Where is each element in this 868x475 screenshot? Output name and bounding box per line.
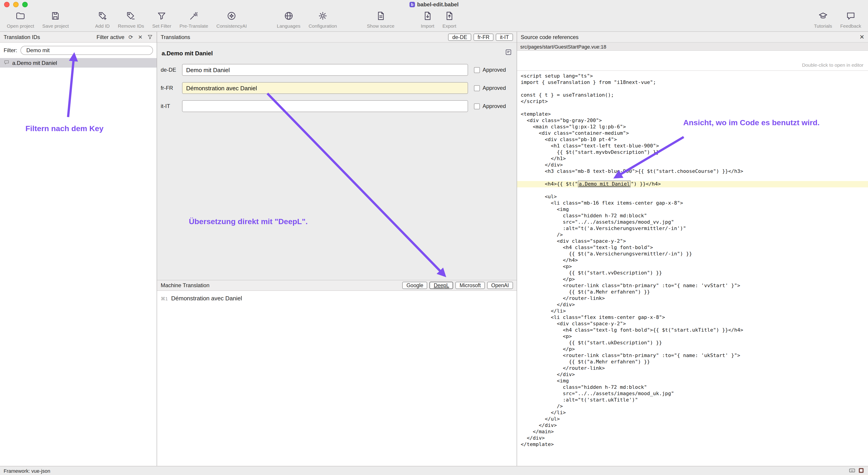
translation-input-it-IT[interactable] [182, 100, 468, 112]
approved-label: Approved [483, 85, 506, 91]
filter-field[interactable] [21, 46, 153, 55]
code-line: class="hidden h-72 md:block" [517, 213, 868, 219]
app-window: b babel-edit.babel Open project Save pro… [0, 0, 868, 475]
translation-id-label: a.Demo mit Daniel [12, 60, 57, 66]
language-code-label: it-IT [161, 103, 182, 109]
translations-panel: Translations de-DE fr-FR it-IT a.Demo mi… [157, 32, 517, 466]
approved-checkbox-fr-FR[interactable] [474, 85, 480, 91]
code-line: <script setup lang="ts"> [517, 73, 868, 79]
open-project-button[interactable]: Open project [3, 11, 38, 29]
translation-input-fr-FR[interactable] [182, 82, 468, 94]
code-line: <h1 class="text-left text-blue-900"> [517, 143, 868, 149]
language-tab-de-DE[interactable]: de-DE [448, 33, 471, 41]
main-area: Translation IDs Filter active ⟳ ✕ Filter… [0, 32, 868, 466]
filter-input[interactable] [25, 47, 148, 54]
highlighted-translation-key[interactable]: a.Demo mit Daniel [578, 180, 631, 188]
language-tab-fr-FR[interactable]: fr-FR [473, 33, 493, 41]
code-line: </li> [517, 410, 868, 416]
gear-icon [318, 11, 328, 23]
code-line: </div> [517, 422, 868, 429]
code-line: </main> [517, 429, 868, 435]
code-line: class="hidden h-72 md:block" [517, 384, 868, 391]
set-filter-button[interactable]: Set Filter [148, 11, 176, 29]
mt-tab-microsoft[interactable]: Microsoft [456, 282, 485, 289]
tag-minus-icon [126, 11, 136, 23]
mt-result-row[interactable]: ⌘1 Démonstration avec Daniel [161, 295, 513, 302]
code-line [517, 86, 868, 92]
approved-checkbox-it-IT[interactable] [474, 103, 480, 109]
code-line: {{ $t("a.Mehr erfahren") }} [517, 289, 868, 295]
refresh-icon[interactable]: ⟳ [128, 34, 134, 40]
input-source-icon[interactable] [858, 467, 864, 474]
titlebar: b babel-edit.babel [0, 0, 868, 9]
comment-bubble-icon [4, 59, 9, 66]
translation-ids-header: Translation IDs Filter active ⟳ ✕ [0, 32, 157, 43]
code-line: <div class="bg-gray-200"> [517, 117, 868, 124]
minimize-window-button[interactable] [13, 2, 19, 7]
code-line: {{ $t("start.vvDescription") }} [517, 270, 868, 276]
floppy-disk-icon [51, 11, 61, 23]
entry-title: a.Demo mit Daniel [162, 50, 213, 57]
pre-translate-button[interactable]: Pre-Translate [176, 11, 212, 29]
remove-ids-button[interactable]: Remove IDs [114, 11, 148, 29]
add-comment-icon[interactable] [505, 48, 512, 58]
magic-wand-icon [189, 11, 199, 23]
filter-row: Filter: [0, 43, 157, 58]
code-line: <li class="mb-16 flex items-center gap-x… [517, 200, 868, 206]
zoom-window-button[interactable] [22, 2, 28, 7]
funnel-icon [157, 11, 167, 23]
machine-translation-body: ⌘1 Démonstration avec Daniel [157, 291, 517, 466]
code-line: </li> [517, 308, 868, 314]
language-tab-it-IT[interactable]: it-IT [496, 33, 513, 41]
show-source-button[interactable]: Show source [363, 11, 398, 29]
mt-shortcut-label: ⌘1 [161, 296, 171, 301]
code-line: <p> [517, 334, 868, 340]
source-code-view[interactable]: <script setup lang="ts">import { useTran… [517, 71, 868, 466]
export-document-icon [444, 11, 455, 23]
traffic-lights [4, 2, 28, 7]
mt-tab-deepl[interactable]: DeepL [430, 282, 453, 289]
code-line: <main class="lg:px-12 lg:pb-6"> [517, 124, 868, 130]
code-line: </ul> [517, 416, 868, 422]
source-code-title: Source code references [521, 34, 579, 40]
sparkle-badge-icon [226, 11, 237, 23]
open-in-editor-hint: Double-click to open in editor [802, 62, 864, 68]
filter-funnel-icon[interactable] [147, 34, 153, 40]
save-project-button[interactable]: Save project [38, 11, 73, 29]
code-line: /> [517, 403, 868, 410]
graduation-cap-icon [818, 11, 828, 23]
code-line: </h4> [517, 257, 868, 264]
filter-label: Filter: [4, 47, 17, 54]
translation-input-de-DE[interactable] [182, 64, 468, 76]
mt-tab-openai[interactable]: OpenAI [487, 282, 513, 289]
code-line: </router-link> [517, 365, 868, 372]
code-line: :alt="t('start.ukTitle')" [517, 397, 868, 403]
clear-filter-icon[interactable]: ✕ [137, 34, 144, 40]
code-line [517, 175, 868, 181]
code-line: {{ $t("start.ukDescription") }} [517, 340, 868, 346]
add-id-button[interactable]: Add ID [91, 11, 114, 29]
code-line: <router-link class="btn-primary" :to="{ … [517, 352, 868, 359]
file-reference[interactable]: src/pages/start/GuestStartPage.vue:18 [517, 43, 868, 51]
keyboard-icon[interactable] [849, 467, 855, 474]
tutorials-button[interactable]: Tutorials [810, 11, 836, 29]
translation-id-item[interactable]: a.Demo mit Daniel [0, 58, 157, 68]
close-panel-icon[interactable]: ✕ [859, 34, 864, 40]
folder-icon [16, 11, 25, 23]
close-window-button[interactable] [4, 2, 9, 7]
code-line: </div> [517, 372, 868, 378]
languages-button[interactable]: Languages [273, 11, 304, 29]
mt-tab-google[interactable]: Google [402, 282, 427, 289]
code-line: </p> [517, 276, 868, 283]
approved-checkbox-de-DE[interactable] [474, 67, 480, 73]
status-bar: Framework: vue-json [0, 466, 868, 475]
code-line: <h4>{{ $t("a.Demo mit Daniel") }}</h4> [517, 181, 868, 188]
configuration-button[interactable]: Configuration [304, 11, 341, 29]
translation-row-it-IT: it-IT Approved [161, 100, 513, 112]
feedback-button[interactable]: Feedback [836, 11, 865, 29]
language-code-label: de-DE [161, 67, 182, 73]
export-button[interactable]: Export [438, 11, 460, 29]
import-button[interactable]: Import [417, 11, 438, 29]
consistency-ai-button[interactable]: ConsistencyAI [212, 11, 251, 29]
code-line: <img [517, 206, 868, 213]
